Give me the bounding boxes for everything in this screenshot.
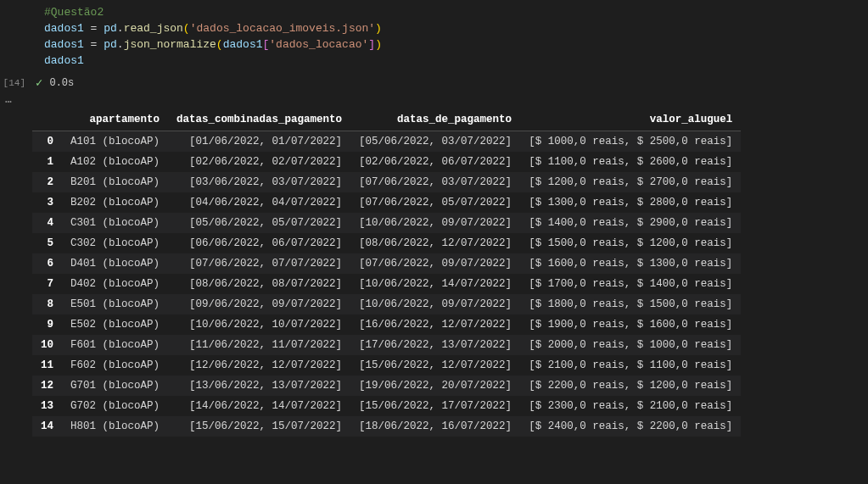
cell-datas_de_pagamento: [08/06/2022, 12/07/2022] (350, 233, 520, 253)
cell-valor_aluguel: [$ 2200,0 reais, $ 1200,0 reais] (520, 376, 741, 396)
cell-apartamento: C302 (blocoAP) (62, 233, 168, 253)
cell-datas_combinadas_pagamento: [09/06/2022, 09/07/2022] (168, 294, 350, 314)
cell-valor_aluguel: [$ 1200,0 reais, $ 2700,0 reais] (520, 172, 741, 192)
code-comment: #Questão2 (44, 6, 104, 19)
table-row: 13G702 (blocoAP)[14/06/2022, 14/07/2022]… (32, 396, 741, 416)
cell-apartamento: A101 (blocoAP) (62, 131, 168, 153)
cell-valor_aluguel: [$ 1400,0 reais, $ 2900,0 reais] (520, 213, 741, 233)
cell-apartamento: F601 (blocoAP) (62, 335, 168, 355)
row-index: 10 (32, 335, 62, 355)
cell-valor_aluguel: [$ 1800,0 reais, $ 1500,0 reais] (520, 294, 741, 314)
col-header: datas_de_pagamento (350, 108, 520, 131)
table-row: 1A102 (blocoAP)[02/06/2022, 02/07/2022][… (32, 152, 741, 172)
cell-datas_combinadas_pagamento: [02/06/2022, 02/07/2022] (168, 152, 350, 172)
cell-datas_combinadas_pagamento: [14/06/2022, 14/07/2022] (168, 396, 350, 416)
collapsed-ellipsis-icon[interactable]: ⋯ (0, 95, 868, 108)
code-line-4: dados1 (44, 53, 868, 70)
col-header: datas_combinadas_pagamento (168, 108, 350, 131)
cell-datas_de_pagamento: [15/06/2022, 17/07/2022] (350, 396, 520, 416)
table-header-row: apartamento datas_combinadas_pagamento d… (32, 108, 741, 131)
cell-valor_aluguel: [$ 2300,0 reais, $ 2100,0 reais] (520, 396, 741, 416)
table-row: 3B202 (blocoAP)[04/06/2022, 04/07/2022][… (32, 192, 741, 213)
cell-datas_combinadas_pagamento: [06/06/2022, 06/07/2022] (168, 233, 350, 253)
cell-apartamento: B202 (blocoAP) (62, 192, 168, 213)
index-header (32, 108, 62, 131)
cell-datas_combinadas_pagamento: [11/06/2022, 11/07/2022] (168, 335, 350, 355)
table-row: 7D402 (blocoAP)[08/06/2022, 08/07/2022][… (32, 274, 741, 294)
cell-apartamento: H801 (blocoAP) (62, 416, 168, 437)
col-header: apartamento (62, 108, 168, 131)
cell-valor_aluguel: [$ 2100,0 reais, $ 1100,0 reais] (520, 355, 741, 376)
table-row: 12G701 (blocoAP)[13/06/2022, 13/07/2022]… (32, 376, 741, 396)
table-row: 2B201 (blocoAP)[03/06/2022, 03/07/2022][… (32, 172, 741, 192)
cell-datas_de_pagamento: [18/06/2022, 16/07/2022] (350, 416, 520, 437)
code-line-3: dados1 = pd.json_normalize(dados1['dados… (44, 37, 868, 53)
cell-datas_combinadas_pagamento: [12/06/2022, 12/07/2022] (168, 355, 350, 376)
output-dataframe: apartamento datas_combinadas_pagamento d… (0, 108, 868, 437)
table-row: 14H801 (blocoAP)[15/06/2022, 15/07/2022]… (32, 416, 741, 437)
cell-valor_aluguel: [$ 1300,0 reais, $ 2800,0 reais] (520, 192, 741, 213)
execution-status-row: [14] ✓ 0.0s (0, 74, 868, 95)
cell-valor_aluguel: [$ 1000,0 reais, $ 2500,0 reais] (520, 131, 741, 153)
cell-execution-count: [14] (0, 78, 32, 88)
cell-datas_de_pagamento: [17/06/2022, 13/07/2022] (350, 335, 520, 355)
cell-valor_aluguel: [$ 1100,0 reais, $ 2600,0 reais] (520, 152, 741, 172)
cell-datas_combinadas_pagamento: [07/06/2022, 07/07/2022] (168, 253, 350, 274)
table-row: 10F601 (blocoAP)[11/06/2022, 11/07/2022]… (32, 335, 741, 355)
cell-datas_de_pagamento: [07/06/2022, 09/07/2022] (350, 253, 520, 274)
cell-datas_combinadas_pagamento: [03/06/2022, 03/07/2022] (168, 172, 350, 192)
cell-datas_de_pagamento: [10/06/2022, 09/07/2022] (350, 213, 520, 233)
table-row: 6D401 (blocoAP)[07/06/2022, 07/07/2022][… (32, 253, 741, 274)
table-row: 9E502 (blocoAP)[10/06/2022, 10/07/2022][… (32, 314, 741, 335)
code-line-2: dados1 = pd.read_json('dados_locacao_imo… (44, 21, 868, 37)
row-index: 1 (32, 152, 62, 172)
cell-datas_de_pagamento: [07/06/2022, 03/07/2022] (350, 172, 520, 192)
cell-datas_combinadas_pagamento: [05/06/2022, 05/07/2022] (168, 213, 350, 233)
row-index: 14 (32, 416, 62, 437)
cell-valor_aluguel: [$ 2000,0 reais, $ 1000,0 reais] (520, 335, 741, 355)
table-row: 4C301 (blocoAP)[05/06/2022, 05/07/2022][… (32, 213, 741, 233)
table-row: 8E501 (blocoAP)[09/06/2022, 09/07/2022][… (32, 294, 741, 314)
cell-datas_de_pagamento: [16/06/2022, 12/07/2022] (350, 314, 520, 335)
table-row: 0A101 (blocoAP)[01/06/2022, 01/07/2022][… (32, 131, 741, 153)
cell-apartamento: A102 (blocoAP) (62, 152, 168, 172)
row-index: 13 (32, 396, 62, 416)
row-index: 9 (32, 314, 62, 335)
row-index: 3 (32, 192, 62, 213)
cell-datas_de_pagamento: [10/06/2022, 09/07/2022] (350, 294, 520, 314)
cell-apartamento: G702 (blocoAP) (62, 396, 168, 416)
execution-time: 0.0s (49, 77, 74, 89)
row-index: 11 (32, 355, 62, 376)
cell-valor_aluguel: [$ 2400,0 reais, $ 2200,0 reais] (520, 416, 741, 437)
code-cell[interactable]: #Questão2 dados1 = pd.read_json('dados_l… (0, 0, 868, 74)
row-index: 12 (32, 376, 62, 396)
cell-datas_combinadas_pagamento: [08/06/2022, 08/07/2022] (168, 274, 350, 294)
cell-datas_combinadas_pagamento: [01/06/2022, 01/07/2022] (168, 131, 350, 153)
cell-valor_aluguel: [$ 1700,0 reais, $ 1400,0 reais] (520, 274, 741, 294)
cell-datas_combinadas_pagamento: [04/06/2022, 04/07/2022] (168, 192, 350, 213)
col-header: valor_aluguel (520, 108, 741, 131)
cell-datas_combinadas_pagamento: [13/06/2022, 13/07/2022] (168, 376, 350, 396)
cell-apartamento: D402 (blocoAP) (62, 274, 168, 294)
cell-apartamento: B201 (blocoAP) (62, 172, 168, 192)
cell-datas_de_pagamento: [02/06/2022, 06/07/2022] (350, 152, 520, 172)
row-index: 7 (32, 274, 62, 294)
cell-datas_combinadas_pagamento: [15/06/2022, 15/07/2022] (168, 416, 350, 437)
cell-datas_de_pagamento: [19/06/2022, 20/07/2022] (350, 376, 520, 396)
cell-datas_de_pagamento: [05/06/2022, 03/07/2022] (350, 131, 520, 153)
cell-apartamento: D401 (blocoAP) (62, 253, 168, 274)
cell-valor_aluguel: [$ 1500,0 reais, $ 1200,0 reais] (520, 233, 741, 253)
cell-valor_aluguel: [$ 1600,0 reais, $ 1300,0 reais] (520, 253, 741, 274)
row-index: 8 (32, 294, 62, 314)
cell-apartamento: E502 (blocoAP) (62, 314, 168, 335)
cell-datas_de_pagamento: [15/06/2022, 12/07/2022] (350, 355, 520, 376)
cell-datas_de_pagamento: [07/06/2022, 05/07/2022] (350, 192, 520, 213)
cell-apartamento: G701 (blocoAP) (62, 376, 168, 396)
cell-apartamento: E501 (blocoAP) (62, 294, 168, 314)
row-index: 6 (32, 253, 62, 274)
cell-valor_aluguel: [$ 1900,0 reais, $ 1600,0 reais] (520, 314, 741, 335)
success-check-icon: ✓ (36, 75, 42, 90)
row-index: 0 (32, 131, 62, 153)
row-index: 2 (32, 172, 62, 192)
row-index: 4 (32, 213, 62, 233)
